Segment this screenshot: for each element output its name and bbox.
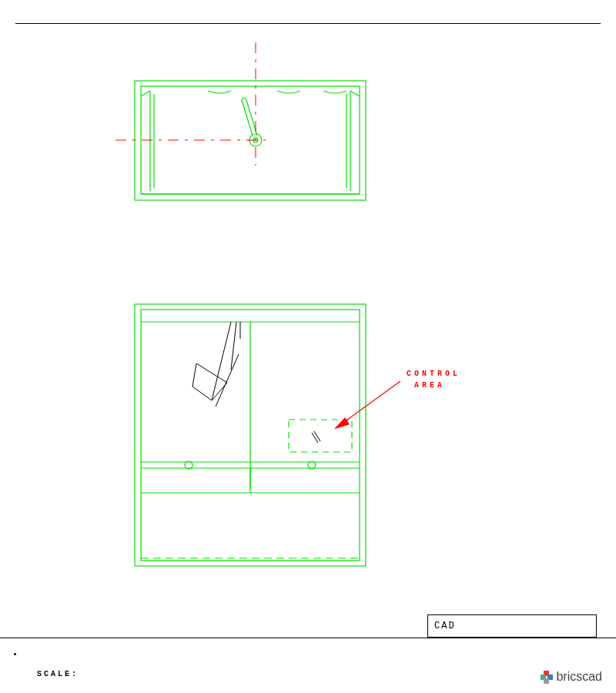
drawing-canvas: CONTROL AREA CAD SCALE: bricscad	[0, 0, 616, 693]
brand-name: bricscad	[556, 670, 602, 684]
page-border-bottom	[0, 638, 616, 638]
cad-drawing	[0, 0, 616, 631]
annotation-control-area: CONTROL AREA	[407, 368, 460, 391]
bricscad-icon	[541, 671, 553, 683]
svg-line-3	[350, 91, 360, 96]
svg-line-32	[314, 431, 320, 441]
corner-mark	[14, 653, 16, 655]
svg-line-31	[312, 433, 318, 443]
annotation-line-1: CONTROL	[407, 368, 460, 380]
svg-line-27	[212, 322, 231, 400]
scale-label: SCALE:	[37, 670, 79, 678]
title-block: CAD	[427, 614, 597, 638]
svg-line-28	[231, 322, 236, 370]
title-block-label: CAD	[434, 621, 456, 631]
brand-logo: bricscad	[541, 670, 602, 684]
svg-line-29	[216, 354, 239, 407]
svg-line-11	[242, 100, 253, 136]
annotation-line-2: AREA	[407, 380, 460, 391]
